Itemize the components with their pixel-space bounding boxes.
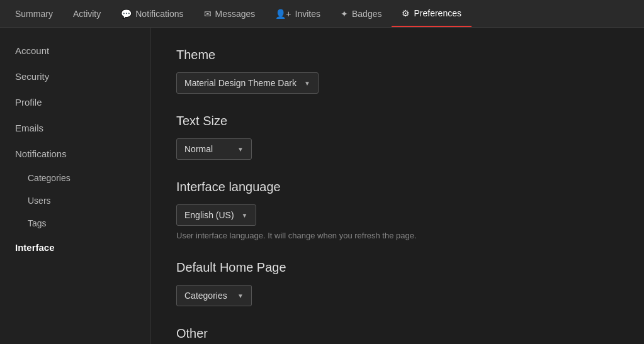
sidebar-label-categories: Categories [28,173,71,183]
sidebar-item-profile[interactable]: Profile [0,89,150,115]
theme-selected-label: Material Design Theme Dark [184,78,297,88]
sidebar-label-account: Account [15,45,49,56]
sidebar-label-security: Security [15,71,49,82]
content-area: Theme Material Design Theme Dark ▼ Text … [151,28,644,344]
interface-language-title: Interface language [176,180,619,194]
nav-label-preferences: Preferences [414,8,461,18]
text-size-selected-label: Normal [184,144,213,154]
preferences-icon: ⚙ [402,8,410,18]
text-size-section: Text Size Normal ▼ [176,114,619,160]
theme-title: Theme [176,48,619,62]
nav-label-summary: Summary [15,9,53,19]
nav-item-summary[interactable]: Summary [5,0,63,27]
interface-language-selected-label: English (US) [184,210,234,220]
badges-icon: ✦ [341,9,348,19]
interface-language-hint: User interface language. It will change … [176,231,619,240]
text-size-title: Text Size [176,114,619,128]
messages-icon: ✉ [204,9,212,19]
text-size-dropdown-arrow: ▼ [237,146,244,153]
main-layout: Account Security Profile Emails Notifica… [0,28,644,344]
nav-label-badges: Badges [352,9,381,19]
sidebar-item-account[interactable]: Account [0,38,150,64]
nav-label-notifications: Notifications [135,9,183,19]
sidebar-label-notifications: Notifications [15,148,67,159]
nav-item-invites[interactable]: 👤+ Invites [265,0,330,27]
interface-language-dropdown[interactable]: English (US) ▼ [176,204,256,226]
notifications-icon: 💬 [121,9,132,19]
sidebar-subitem-users[interactable]: Users [0,189,150,212]
theme-section: Theme Material Design Theme Dark ▼ [176,48,619,94]
nav-item-activity[interactable]: Activity [63,0,111,27]
sidebar-subitem-categories[interactable]: Categories [0,167,150,189]
nav-item-preferences[interactable]: ⚙ Preferences [392,0,471,27]
sidebar-subitem-tags[interactable]: Tags [0,212,150,235]
sidebar-label-tags: Tags [28,218,47,228]
default-home-page-dropdown[interactable]: Categories ▼ [176,285,252,306]
theme-dropdown[interactable]: Material Design Theme Dark ▼ [176,72,319,94]
interface-language-section: Interface language English (US) ▼ User i… [176,180,619,240]
nav-item-notifications[interactable]: 💬 Notifications [111,0,193,27]
sidebar-label-users: Users [28,196,51,206]
nav-item-messages[interactable]: ✉ Messages [194,0,266,27]
invites-icon: 👤+ [275,9,291,19]
other-title: Other [176,326,619,341]
theme-dropdown-arrow: ▼ [304,80,310,87]
sidebar-item-interface[interactable]: Interface [0,235,150,260]
nav-label-messages: Messages [215,9,256,19]
nav-label-invites: Invites [295,9,320,19]
other-section: Other [176,326,619,341]
sidebar: Account Security Profile Emails Notifica… [0,28,151,344]
sidebar-item-security[interactable]: Security [0,64,150,89]
top-navigation: Summary Activity 💬 Notifications ✉ Messa… [0,0,644,28]
sidebar-label-profile: Profile [15,97,42,108]
interface-language-dropdown-arrow: ▼ [242,212,248,219]
text-size-dropdown[interactable]: Normal ▼ [176,138,252,160]
default-home-page-section: Default Home Page Categories ▼ [176,260,619,306]
nav-label-activity: Activity [73,9,101,19]
default-home-page-dropdown-arrow: ▼ [237,292,244,299]
default-home-page-title: Default Home Page [176,260,619,275]
sidebar-label-emails: Emails [15,123,43,133]
sidebar-label-interface: Interface [15,242,55,253]
nav-item-badges[interactable]: ✦ Badges [330,0,392,27]
default-home-page-selected-label: Categories [184,291,227,301]
sidebar-item-emails[interactable]: Emails [0,115,150,141]
sidebar-item-notifications[interactable]: Notifications [0,141,150,167]
